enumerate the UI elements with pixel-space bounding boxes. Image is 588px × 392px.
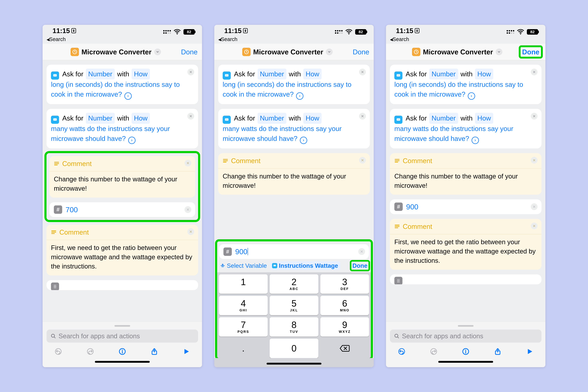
disclosure-icon[interactable] [300, 137, 307, 144]
close-icon[interactable] [358, 248, 365, 255]
close-icon[interactable] [531, 203, 538, 210]
key-7[interactable]: 7PQRS [219, 317, 268, 336]
disclosure-icon[interactable] [296, 92, 304, 100]
key-8[interactable]: 8TUV [270, 317, 318, 336]
back-link[interactable]: ◂ Search [386, 35, 546, 44]
ask-prompt-rest[interactable]: many watts do the instructions say your … [223, 125, 342, 142]
done-button[interactable]: Done [181, 48, 198, 56]
ask-prompt-rest[interactable]: many watts do the instructions say your … [51, 125, 170, 142]
undo-button[interactable] [397, 347, 406, 356]
comment-action-1[interactable]: Comment Change this number to the wattag… [390, 153, 542, 195]
number-action[interactable]: # 700 [50, 202, 195, 217]
ask-type-token[interactable]: Number [86, 68, 115, 80]
ask-prompt-start[interactable]: How [132, 68, 150, 80]
home-indicator[interactable] [266, 363, 322, 364]
close-icon[interactable] [359, 113, 366, 120]
disclosure-icon[interactable] [124, 92, 132, 100]
disclosure-icon[interactable] [128, 137, 136, 144]
close-icon[interactable] [184, 206, 191, 213]
comment-action-2[interactable]: Comment First, we need to get the ratio … [390, 219, 542, 270]
disclosure-icon[interactable] [468, 92, 475, 100]
ask-type-token[interactable]: Number [258, 68, 286, 80]
number-value[interactable]: 900 [406, 202, 418, 211]
share-button[interactable] [150, 347, 159, 356]
disclosure-icon[interactable] [472, 137, 479, 144]
key-0[interactable]: 0 [270, 339, 318, 358]
comment-action-2[interactable]: Comment First, we need to get the ratio … [46, 224, 198, 276]
close-icon[interactable] [188, 113, 194, 120]
back-link[interactable]: ◂ Search [214, 35, 374, 44]
comment-action-1[interactable]: Comment Change this number to the wattag… [50, 156, 195, 198]
ask-prompt-start[interactable]: How [132, 113, 150, 124]
select-variable-button[interactable]: Select Variable [220, 262, 267, 269]
keyboard-done-button[interactable]: Done [351, 262, 368, 270]
ask-action-1[interactable]: Ask for Number with How long (in seconds… [218, 65, 370, 104]
ask-prompt-rest[interactable]: many watts do the instructions say your … [394, 125, 513, 142]
ask-prompt-start[interactable]: How [475, 113, 493, 124]
run-button[interactable] [525, 347, 534, 356]
close-icon[interactable] [184, 160, 191, 166]
number-action[interactable]: # 900 [390, 200, 542, 214]
close-icon[interactable] [188, 68, 194, 76]
ask-action-2[interactable]: Ask for Number with How many watts do th… [46, 109, 198, 148]
close-icon[interactable] [531, 68, 538, 76]
ask-prompt-start[interactable]: How [303, 113, 322, 124]
search-input[interactable]: Search for apps and actions [390, 330, 542, 342]
ask-prompt-rest[interactable]: long (in seconds) do the instructions sa… [223, 80, 352, 98]
key-9[interactable]: 9WXYZ [320, 317, 369, 336]
nav-title-group[interactable]: Microwave Converter [50, 48, 181, 56]
ask-prompt-start[interactable]: How [303, 68, 322, 80]
variable-pill[interactable]: Instructions Wattage [270, 261, 340, 270]
key-backspace[interactable] [320, 339, 369, 358]
key-3[interactable]: 3DEF [320, 274, 369, 294]
run-button[interactable] [182, 347, 191, 356]
nav-title-group[interactable]: Microwave Converter [222, 48, 353, 56]
ask-prompt-rest[interactable]: long (in seconds) do the instructions sa… [394, 80, 523, 98]
key-decimal[interactable]: . [219, 339, 268, 358]
close-icon[interactable] [531, 222, 538, 229]
chevron-left-icon: ◂ [46, 36, 50, 42]
share-button[interactable] [493, 347, 502, 356]
ask-type-token[interactable]: Number [86, 113, 115, 124]
ask-type-token[interactable]: Number [429, 113, 458, 124]
ask-type-token[interactable]: Number [258, 113, 286, 124]
key-4[interactable]: 4GHI [219, 296, 268, 315]
close-icon[interactable] [531, 113, 538, 120]
sheet-grabber[interactable] [114, 325, 130, 327]
done-button[interactable]: Done [520, 47, 541, 57]
number-value[interactable]: 700 [66, 206, 78, 214]
search-input[interactable]: Search for apps and actions [46, 330, 198, 342]
redo-button[interactable] [86, 347, 95, 356]
key-2[interactable]: 2ABC [270, 274, 318, 294]
info-button[interactable] [118, 347, 127, 356]
key-6[interactable]: 6MNO [320, 296, 369, 315]
key-1[interactable]: 1 [219, 274, 268, 294]
comment-title: Comment [62, 160, 92, 168]
key-5[interactable]: 5JKL [270, 296, 318, 315]
done-button[interactable]: Done [353, 48, 369, 56]
ask-action-1[interactable]: Ask for Number with How long (in seconds… [390, 65, 542, 104]
ask-action-2[interactable]: Ask for Number with How many watts do th… [218, 109, 370, 148]
nav-bar: Microwave Converter Done [42, 44, 202, 60]
close-icon[interactable] [359, 157, 366, 164]
number-action[interactable]: # 900 [219, 244, 369, 259]
ask-prompt-rest[interactable]: long (in seconds) do the instructions sa… [51, 80, 180, 98]
ask-prompt-start[interactable]: How [475, 68, 493, 80]
sheet-grabber[interactable] [458, 325, 474, 327]
redo-button[interactable] [429, 347, 438, 356]
home-indicator[interactable] [438, 361, 493, 363]
undo-button[interactable] [54, 347, 63, 356]
home-indicator[interactable] [95, 361, 150, 363]
back-link[interactable]: ◂ Search [42, 35, 202, 44]
ask-action-1[interactable]: Ask for Number with How long (in seconds… [46, 65, 198, 104]
comment-action-1[interactable]: Comment Change this number to the wattag… [218, 153, 370, 195]
svg-rect-33 [397, 118, 400, 121]
close-icon[interactable] [531, 157, 538, 164]
ask-type-token[interactable]: Number [429, 68, 458, 80]
info-button[interactable] [461, 347, 470, 356]
close-icon[interactable] [359, 68, 366, 76]
nav-title-group[interactable]: Microwave Converter [394, 48, 520, 56]
close-icon[interactable] [188, 228, 194, 235]
ask-action-2[interactable]: Ask for Number with How many watts do th… [390, 109, 542, 148]
number-value[interactable]: 900 [235, 247, 248, 256]
